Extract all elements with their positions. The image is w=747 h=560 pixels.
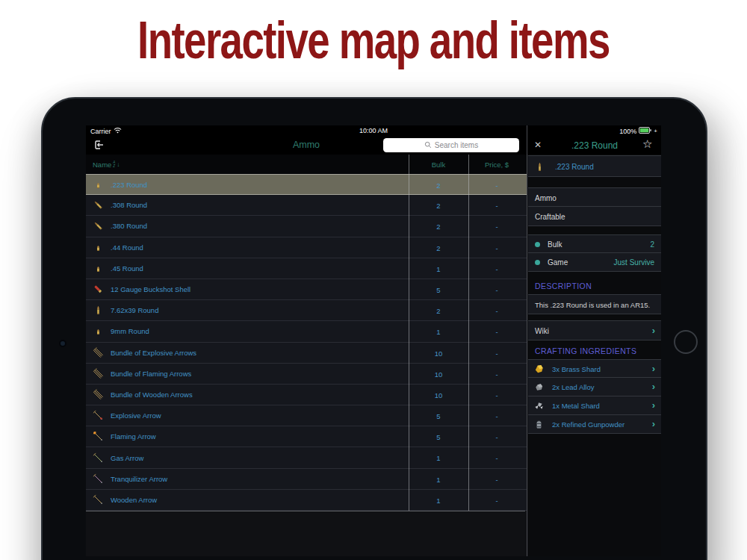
ingredient-row[interactable]: 2x Lead Alloy›: [528, 378, 661, 396]
table-row[interactable]: Gas Arrow1-: [86, 447, 527, 468]
item-price: -: [468, 223, 525, 231]
table-row[interactable]: 9mm Round1-: [86, 321, 527, 342]
column-divider: [468, 155, 469, 511]
item-bulk: 1: [409, 497, 468, 505]
search-input[interactable]: Search items: [383, 138, 519, 152]
ingredient-name: 2x Refined Gunpowder: [552, 420, 624, 429]
nav-bar: Ammo Search items ✕ .223 Round ☆: [86, 136, 661, 155]
item-name-cell: Flaming Arrow: [86, 426, 156, 447]
description-text: This .223 Round is used in an AR15.: [535, 301, 650, 309]
item-price: -: [468, 476, 525, 484]
item-name-cell: Tranquilizer Arrow: [86, 469, 167, 489]
ingredients-list: 3x Brass Shard›2x Lead Alloy›1x Metal Sh…: [528, 359, 661, 434]
table-row[interactable]: Flaming Arrow5-: [86, 426, 527, 447]
table-row[interactable]: Tranquilizer Arrow1-: [86, 469, 527, 490]
detail-item-row[interactable]: .223 Round: [528, 155, 661, 177]
table-row[interactable]: Wooden Arrow1-: [86, 490, 527, 511]
chevron-right-icon: ›: [652, 363, 655, 374]
item-price: -: [468, 391, 525, 399]
description-section-header: DESCRIPTION: [528, 276, 661, 294]
table-row[interactable]: 12 Gauge Buckshot Shell5-: [86, 279, 527, 300]
item-bulk: 1: [409, 454, 468, 462]
table-row[interactable]: .44 Round2-: [86, 237, 527, 258]
status-bar: Carrier 10:00 AM 100%: [86, 125, 661, 136]
item-bulk: 5: [409, 286, 468, 294]
refined-gunpowder-icon: [533, 419, 545, 430]
table-row[interactable]: .45 Round1-: [86, 258, 527, 279]
item-bulk: 2: [409, 202, 468, 210]
ingredient-name: 2x Lead Alloy: [552, 383, 595, 391]
craftable-row: Craftable: [528, 207, 661, 226]
wiki-row[interactable]: Wiki ›: [528, 320, 661, 340]
item-price: -: [468, 181, 525, 190]
bullet-vertical-icon: [534, 161, 545, 172]
arrow-flaming-icon: [93, 431, 104, 442]
table-row[interactable]: Bundle of Flaming Arrows10-: [86, 364, 527, 385]
page: Interactive map and items Carrier: [0, 0, 747, 560]
column-header-name[interactable]: Name AZ ↓: [93, 161, 120, 169]
table-row[interactable]: .380 Round2-: [86, 216, 527, 237]
item-bulk: 10: [409, 370, 468, 379]
ingredient-row[interactable]: 1x Metal Shard›: [528, 396, 661, 415]
property-row-game: Game Just Survive: [528, 253, 661, 272]
item-price: -: [468, 433, 525, 441]
battery-indicator: 100% +: [619, 127, 657, 135]
category-row: Ammo: [528, 187, 661, 207]
column-header-price[interactable]: Price, $: [468, 161, 525, 169]
item-name: .380 Round: [111, 222, 147, 230]
favorite-star-icon[interactable]: ☆: [642, 138, 652, 150]
item-name: Bundle of Explosive Arrows: [111, 349, 196, 357]
property-value: Just Survive: [614, 258, 654, 267]
arrow-bundle-icon: [93, 347, 104, 358]
table-row[interactable]: Bundle of Wooden Arrows10-: [86, 385, 527, 405]
item-name-cell: .308 Round: [86, 195, 147, 215]
bullet-small-icon: [93, 242, 104, 253]
column-header-bulk[interactable]: Bulk: [409, 161, 468, 169]
item-name: Tranquilizer Arrow: [111, 475, 167, 483]
wiki-label: Wiki: [535, 327, 549, 335]
item-bulk: 10: [409, 349, 468, 358]
sort-arrow-icon: ↓: [117, 162, 120, 168]
table-header: Name AZ ↓ Bulk Price, $: [86, 155, 527, 174]
category-label: Ammo: [535, 194, 557, 202]
bullet-diagonal-icon: [93, 199, 104, 211]
item-price: -: [468, 370, 525, 379]
arrow-bundle-icon: [93, 389, 104, 400]
item-price: -: [468, 244, 525, 252]
item-bulk: 1: [409, 328, 468, 336]
table-row[interactable]: .223 Round2-: [86, 174, 527, 195]
table-row[interactable]: Explosive Arrow5-: [86, 405, 527, 426]
ingredient-row[interactable]: 2x Refined Gunpowder›: [528, 415, 661, 434]
item-name: .44 Round: [111, 243, 143, 252]
section-gap: [528, 226, 661, 234]
arrow-bundle-icon: [93, 368, 104, 379]
table-row[interactable]: 7.62x39 Round2-: [86, 300, 527, 321]
description-text-row: This .223 Round is used in an AR15.: [528, 294, 661, 314]
property-row-bulk: Bulk 2: [528, 234, 661, 253]
home-button[interactable]: [674, 330, 698, 354]
item-price: -: [468, 328, 525, 336]
table-row[interactable]: .308 Round2-: [86, 195, 527, 216]
detail-item-name: .223 Round: [555, 163, 594, 171]
item-name: 9mm Round: [111, 327, 149, 335]
item-bulk: 2: [409, 181, 468, 190]
battery-percent: 100%: [619, 128, 636, 135]
item-name-cell: Bundle of Explosive Arrows: [86, 343, 196, 363]
arrow-tranquilizer-icon: [93, 473, 104, 485]
table-row[interactable]: Bundle of Explosive Arrows10-: [86, 343, 527, 364]
ingredient-row[interactable]: 3x Brass Shard›: [528, 359, 661, 378]
chevron-right-icon: ›: [652, 325, 655, 336]
craftable-label: Craftable: [535, 213, 565, 221]
front-camera-icon: [59, 340, 66, 347]
item-price: -: [468, 265, 525, 273]
bullet-small-icon: [93, 326, 104, 337]
property-label: Game: [548, 258, 568, 267]
table-bottom-border: [86, 511, 525, 511]
item-bulk: 10: [409, 391, 468, 399]
item-bulk: 2: [409, 307, 468, 315]
item-bulk: 2: [409, 244, 468, 252]
item-name-cell: Gas Arrow: [86, 447, 143, 467]
section-gap: [528, 177, 661, 187]
chevron-right-icon: ›: [652, 418, 655, 429]
detail-panel-title: .223 Round: [528, 140, 661, 151]
